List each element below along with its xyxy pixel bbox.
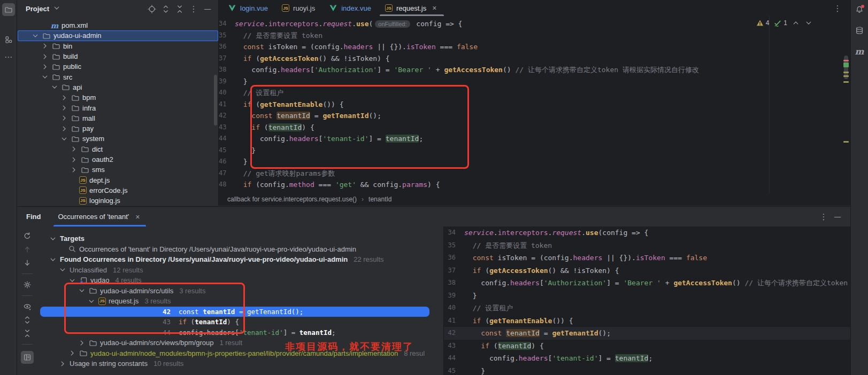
chevron-down-icon[interactable] bbox=[31, 32, 40, 40]
code-line[interactable]: 47 // get请求映射params参数 bbox=[219, 168, 850, 179]
code-line[interactable]: 36 const isToken = (config.headers || {}… bbox=[444, 252, 850, 264]
code-line[interactable]: 35 // 是否需要设置 token bbox=[219, 30, 850, 42]
chevron-up-icon[interactable] bbox=[792, 19, 800, 27]
tree-row[interactable]: mpom.xml bbox=[18, 20, 218, 30]
tab-ruoyi.js[interactable]: JSruoyi.js bbox=[275, 0, 322, 16]
tree-row[interactable]: mall bbox=[18, 113, 218, 123]
tree-row[interactable]: sms bbox=[18, 165, 218, 175]
code-editor[interactable]: 34service.interceptors.request.use(onFul… bbox=[219, 16, 850, 193]
code-line[interactable]: 42 const tenantId = getTenantId(); bbox=[219, 110, 850, 122]
expand-all-icon[interactable] bbox=[162, 5, 170, 13]
chevron-down-icon[interactable] bbox=[50, 83, 59, 91]
search-result-row[interactable]: 42const tenantId = getTenantId(); bbox=[40, 307, 429, 317]
code-line[interactable]: 41 if (getTenantEnable()) { bbox=[444, 315, 850, 327]
tree-row[interactable]: yudao4 results bbox=[37, 275, 443, 286]
code-line[interactable]: 44 config.headers['tenant-id'] = tenantI… bbox=[219, 133, 850, 145]
breadcrumb-item[interactable]: tenantId bbox=[368, 196, 391, 203]
chevron-down-icon[interactable] bbox=[804, 19, 813, 27]
code-line[interactable]: 36 const isToken = (config.headers || {}… bbox=[219, 41, 850, 53]
tree-row[interactable]: yudao-ui-admin/src/views/bpm/group1 resu… bbox=[37, 338, 443, 348]
collapse-all-icon[interactable] bbox=[23, 329, 32, 338]
code-line[interactable]: 41 if (getTenantEnable()) { bbox=[219, 99, 850, 111]
chevron-right-icon[interactable] bbox=[60, 124, 68, 133]
code-line[interactable]: 48 if (config.method === 'get' && config… bbox=[219, 179, 850, 191]
code-line[interactable]: 39 } bbox=[219, 76, 850, 88]
eye-icon[interactable] bbox=[23, 302, 32, 311]
tree-row[interactable]: public bbox=[18, 61, 218, 72]
kebab-icon[interactable]: ⋮ bbox=[189, 5, 198, 13]
chevron-down-icon[interactable] bbox=[49, 235, 57, 243]
close-icon[interactable]: × bbox=[430, 4, 439, 12]
refresh-icon[interactable] bbox=[23, 232, 32, 240]
code-line[interactable]: 43 if (tenantId) { bbox=[219, 122, 850, 134]
chevron-down-icon[interactable] bbox=[68, 276, 76, 285]
tree-row[interactable]: system bbox=[18, 134, 218, 144]
tree-row[interactable]: Targets bbox=[37, 233, 443, 244]
code-line[interactable]: 46 } bbox=[219, 156, 850, 168]
tree-row[interactable]: pay bbox=[18, 123, 218, 134]
tree-row[interactable]: yudao-ui-admin bbox=[18, 30, 218, 41]
code-line[interactable]: 37 if (getAccessToken() && !isToken) { bbox=[444, 264, 850, 277]
inspections-widget[interactable]: 41 bbox=[756, 19, 813, 27]
chevron-down-icon[interactable] bbox=[52, 4, 61, 12]
tree-row[interactable]: bin bbox=[18, 41, 218, 51]
code-line[interactable]: 39 } bbox=[444, 290, 850, 302]
tree-row[interactable]: bpm bbox=[18, 92, 218, 103]
tree-row[interactable]: JSdept.js bbox=[18, 175, 218, 185]
arrow-down-icon[interactable] bbox=[23, 259, 32, 267]
tree-row[interactable]: Usage in string constants10 results bbox=[37, 358, 443, 369]
project-icon[interactable] bbox=[2, 3, 15, 16]
tree-row[interactable]: Unclassified12 results bbox=[37, 265, 443, 276]
chevron-right-icon[interactable] bbox=[58, 360, 67, 368]
chevron-right-icon[interactable] bbox=[70, 166, 78, 174]
kebab-icon[interactable]: ⋮ bbox=[833, 4, 842, 12]
tree-row[interactable]: src bbox=[18, 72, 218, 82]
maven-icon[interactable]: m bbox=[855, 47, 864, 56]
scrollbar-thumb[interactable] bbox=[214, 75, 217, 126]
tree-row[interactable]: dict bbox=[18, 144, 218, 154]
search-result-row[interactable]: 43if (tenantId) { bbox=[37, 317, 443, 327]
chevron-down-icon[interactable] bbox=[78, 286, 86, 295]
code-line[interactable]: 34service.interceptors.request.use(confi… bbox=[444, 226, 850, 239]
chevron-down-icon[interactable] bbox=[60, 135, 68, 143]
database-icon[interactable] bbox=[855, 26, 864, 35]
breadcrumb[interactable]: callback for service.interceptors.reques… bbox=[219, 193, 850, 205]
breadcrumb-item[interactable]: callback for service.interceptors.reques… bbox=[227, 196, 357, 203]
chevron-right-icon[interactable] bbox=[60, 114, 68, 122]
chevron-down-icon[interactable] bbox=[41, 73, 49, 81]
chevron-right-icon[interactable] bbox=[78, 339, 86, 347]
chevron-right-icon[interactable] bbox=[68, 349, 76, 357]
tree-row[interactable]: yudao-ui-admin/src/utils3 results bbox=[37, 286, 443, 296]
tree-row[interactable]: oauth2 bbox=[18, 154, 218, 165]
project-title[interactable]: Project bbox=[26, 5, 49, 13]
chevron-right-icon[interactable] bbox=[41, 62, 49, 71]
hide-icon[interactable]: — bbox=[203, 5, 212, 13]
tree-row[interactable]: JSloginlog.js bbox=[18, 196, 218, 206]
editor-kebab-icon[interactable]: ⋮ bbox=[833, 4, 842, 13]
chevron-right-icon[interactable] bbox=[41, 52, 49, 61]
hide-icon[interactable]: — bbox=[833, 213, 842, 221]
warning-inspection[interactable]: 4 bbox=[756, 19, 770, 27]
code-line[interactable]: 38 config.headers['Authorization'] = 'Be… bbox=[444, 277, 850, 290]
code-line[interactable]: 40 // 设置租户 bbox=[219, 87, 850, 99]
kebab-icon[interactable]: ⋮ bbox=[819, 213, 828, 221]
code-line[interactable]: 43 if (tenantId) { bbox=[444, 340, 850, 353]
code-line[interactable]: 40 // 设置租户 bbox=[444, 302, 850, 315]
code-line[interactable]: 44 config.headers['tenant-id'] = tenantI… bbox=[444, 352, 850, 365]
tree-row[interactable]: JSerrorCode.js bbox=[18, 185, 218, 196]
tab-index.vue[interactable]: index.vue bbox=[322, 0, 378, 16]
tree-row[interactable]: JSrequest.js3 results bbox=[37, 296, 443, 307]
chevron-down-icon[interactable] bbox=[87, 297, 96, 306]
preview-editor[interactable]: 34service.interceptors.request.use(confi… bbox=[443, 226, 850, 375]
tab-login.vue[interactable]: login.vue bbox=[221, 0, 275, 16]
chevron-right-icon[interactable] bbox=[70, 155, 78, 164]
tab-request.js[interactable]: JSrequest.js× bbox=[378, 0, 445, 16]
tree-row[interactable]: yudao-ui-admin/node_modules/bpmn-js-prop… bbox=[37, 348, 443, 359]
tree-row[interactable]: Occurrences of 'tenant' in Directory /Us… bbox=[37, 244, 443, 255]
code-line[interactable]: 35 // 是否需要设置 token bbox=[444, 239, 850, 252]
chevron-right-icon[interactable] bbox=[60, 104, 68, 112]
code-line[interactable]: 45 } bbox=[444, 365, 850, 375]
tree-row[interactable]: api bbox=[18, 82, 218, 92]
tree-row[interactable]: Found Occurrences in Directory /Users/yu… bbox=[37, 254, 443, 265]
preview-icon[interactable] bbox=[21, 351, 34, 364]
